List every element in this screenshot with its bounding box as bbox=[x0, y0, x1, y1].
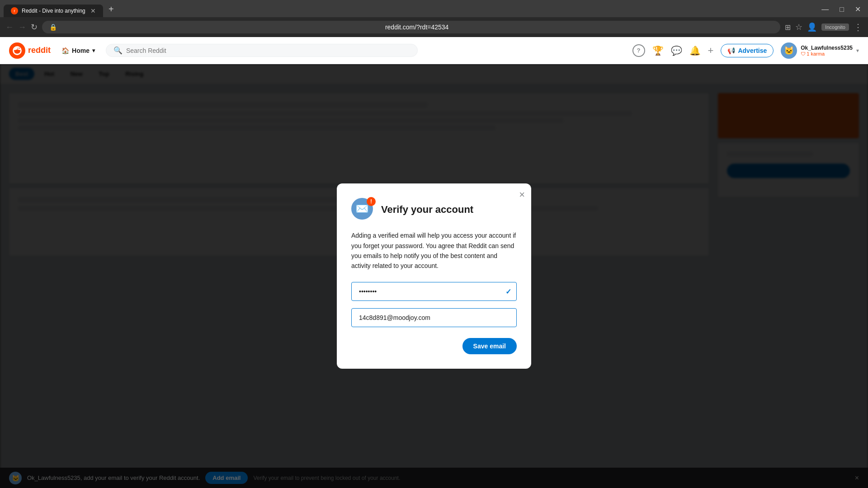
forward-button[interactable]: → bbox=[18, 23, 26, 32]
menu-icon[interactable]: ⋮ bbox=[854, 22, 863, 33]
maximize-button[interactable]: □ bbox=[836, 5, 848, 14]
search-bar[interactable]: 🔍 bbox=[106, 44, 418, 57]
modal-overlay[interactable]: × ✉️ ! Verify your account Adding a veri… bbox=[0, 64, 868, 488]
user-details: Ok_Lawfulness5235 🛡 1 karma bbox=[801, 45, 853, 56]
advertise-button[interactable]: 📢 Advertise bbox=[721, 44, 774, 57]
close-window-button[interactable]: ✕ bbox=[851, 4, 864, 14]
alert-badge: ! bbox=[367, 197, 376, 206]
password-check-icon: ✓ bbox=[505, 287, 511, 296]
extensions-icon[interactable]: ⊞ bbox=[785, 23, 791, 32]
user-info[interactable]: 🐱 Ok_Lawfulness5235 🛡 1 karma ▾ bbox=[781, 42, 859, 59]
url-input[interactable] bbox=[61, 23, 773, 31]
create-plus-icon[interactable]: + bbox=[708, 45, 714, 56]
new-tab-button[interactable]: + bbox=[105, 4, 118, 17]
modal-title: Verify your account bbox=[381, 204, 473, 216]
avatar: 🐱 bbox=[781, 42, 797, 59]
email-input[interactable] bbox=[351, 308, 517, 327]
refresh-button[interactable]: ↻ bbox=[31, 22, 38, 32]
incognito-badge: Incognito bbox=[821, 23, 849, 31]
back-button[interactable]: ← bbox=[5, 23, 14, 32]
home-nav[interactable]: 🏠 Home ▾ bbox=[58, 45, 99, 56]
window-controls: — □ ✕ bbox=[818, 4, 864, 17]
profile-icon[interactable]: 👤 bbox=[807, 22, 817, 32]
modal-description: Adding a verified email will help you ac… bbox=[351, 230, 517, 271]
karma-value: 1 karma bbox=[807, 51, 825, 56]
home-label: Home bbox=[72, 47, 90, 54]
modal-close-button[interactable]: × bbox=[519, 190, 525, 200]
reddit-logo[interactable]: reddit bbox=[9, 42, 51, 59]
tab-bar: r Reddit - Dive into anything ✕ + — □ ✕ bbox=[0, 0, 868, 17]
reddit-logo-text: reddit bbox=[28, 46, 51, 55]
user-chevron-icon: ▾ bbox=[856, 47, 859, 54]
reddit-snoo-icon bbox=[12, 46, 22, 56]
email-field-row bbox=[351, 308, 517, 327]
password-field-row: ✓ bbox=[351, 282, 517, 301]
search-input[interactable] bbox=[126, 47, 410, 54]
megaphone-icon: 📢 bbox=[727, 47, 735, 54]
search-icon: 🔍 bbox=[113, 46, 123, 55]
user-name: Ok_Lawfulness5235 bbox=[801, 45, 853, 51]
chat-icon[interactable]: 💬 bbox=[671, 45, 682, 56]
address-bar: ← → ↻ 🔒 ⊞ ☆ 👤 Incognito ⋮ bbox=[0, 17, 868, 37]
reddit-header: reddit 🏠 Home ▾ 🔍 ? 🏆 💬 🔔 + 📢 Advertise … bbox=[0, 37, 868, 64]
help-icon[interactable]: ? bbox=[632, 44, 645, 57]
save-email-button[interactable]: Save email bbox=[462, 338, 517, 354]
modal-header: ✉️ ! Verify your account bbox=[351, 198, 517, 221]
lock-icon: 🔒 bbox=[49, 23, 57, 31]
notification-icon[interactable]: 🔔 bbox=[689, 45, 701, 56]
tab-favicon: r bbox=[11, 7, 18, 14]
password-input[interactable] bbox=[351, 282, 517, 301]
header-icons: ? 🏆 💬 🔔 + bbox=[632, 44, 714, 57]
user-karma: 🛡 1 karma bbox=[801, 51, 853, 56]
tab-close-icon[interactable]: ✕ bbox=[90, 7, 96, 14]
verify-modal: × ✉️ ! Verify your account Adding a veri… bbox=[337, 183, 531, 369]
minimize-button[interactable]: — bbox=[818, 5, 832, 14]
active-tab[interactable]: r Reddit - Dive into anything ✕ bbox=[4, 5, 103, 17]
reddit-logo-icon bbox=[9, 42, 25, 59]
advertise-label: Advertise bbox=[738, 47, 767, 54]
home-chevron-icon: ▾ bbox=[92, 47, 95, 54]
modal-icon-container: ✉️ ! bbox=[351, 198, 375, 221]
tab-title: Reddit - Dive into anything bbox=[22, 8, 87, 14]
karma-icon: 🛡 bbox=[801, 51, 806, 56]
browser-window: r Reddit - Dive into anything ✕ + — □ ✕ … bbox=[0, 0, 868, 488]
home-icon: 🏠 bbox=[61, 47, 69, 54]
bookmark-icon[interactable]: ☆ bbox=[795, 22, 802, 32]
page-area: Best Hot New Top Rising bbox=[0, 64, 868, 488]
url-input-container[interactable]: 🔒 bbox=[42, 21, 780, 33]
award-icon[interactable]: 🏆 bbox=[652, 45, 664, 56]
modal-actions: Save email bbox=[351, 338, 517, 354]
